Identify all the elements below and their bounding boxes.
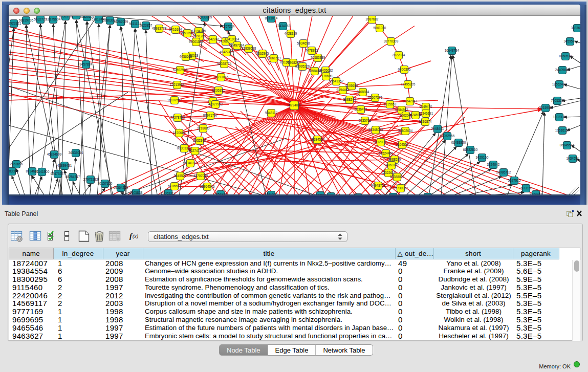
svg-text:30346191: 30346191 — [419, 112, 433, 115]
svg-text:1002335: 1002335 — [553, 115, 566, 119]
svg-text:14863102: 14863102 — [384, 163, 399, 167]
svg-text:37348035: 37348035 — [368, 128, 383, 132]
svg-text:7357234: 7357234 — [222, 25, 235, 28]
svg-text:16648784: 16648784 — [445, 49, 460, 52]
svg-text:3459573: 3459573 — [564, 39, 577, 43]
svg-text:8027475: 8027475 — [189, 149, 202, 152]
svg-text:18405632: 18405632 — [318, 69, 333, 72]
svg-text:68254347: 68254347 — [66, 175, 80, 179]
svg-text:66832860: 66832860 — [463, 148, 478, 151]
svg-text:3215955: 3215955 — [539, 106, 552, 110]
svg-text:3973169: 3973169 — [520, 186, 533, 190]
svg-text:91061671: 91061671 — [267, 56, 281, 60]
svg-text:38770309: 38770309 — [384, 39, 399, 43]
svg-text:5632729: 5632729 — [34, 17, 47, 21]
svg-text:06493820: 06493820 — [451, 141, 466, 144]
svg-text:3218680: 3218680 — [197, 126, 210, 130]
svg-text:63923321: 63923321 — [9, 21, 21, 25]
svg-text:62475227: 62475227 — [51, 172, 66, 176]
svg-text:82839598: 82839598 — [242, 47, 256, 50]
svg-text:16033809: 16033809 — [198, 16, 212, 19]
svg-text:12562484: 12562484 — [552, 82, 567, 86]
svg-text:9336874: 9336874 — [419, 120, 432, 123]
svg-text:83642847: 83642847 — [403, 99, 418, 103]
svg-text:0091263: 0091263 — [193, 34, 206, 38]
svg-text:80157150: 80157150 — [98, 182, 113, 185]
svg-text:3862905: 3862905 — [256, 52, 269, 55]
svg-text:1104552: 1104552 — [396, 143, 409, 146]
svg-text:2087682: 2087682 — [366, 17, 379, 21]
svg-text:3688244: 3688244 — [343, 98, 356, 101]
svg-text:20086712: 20086712 — [496, 170, 511, 174]
svg-text:18724007: 18724007 — [287, 103, 302, 107]
svg-text:01120311: 01120311 — [374, 140, 388, 144]
svg-text:52592908: 52592908 — [173, 68, 188, 72]
svg-text:2176688: 2176688 — [320, 74, 333, 78]
svg-text:8457824: 8457824 — [80, 62, 93, 66]
svg-text:4105659: 4105659 — [345, 84, 358, 87]
svg-text:24409843: 24409843 — [555, 68, 570, 72]
svg-text:12213963: 12213963 — [170, 83, 185, 86]
svg-text:86845514: 86845514 — [560, 143, 575, 147]
svg-text:3088539: 3088539 — [388, 158, 401, 161]
svg-text:99001533: 99001533 — [189, 40, 204, 43]
svg-text:73434153: 73434153 — [276, 24, 291, 28]
svg-text:0935765: 0935765 — [359, 119, 372, 122]
svg-text:8813014: 8813014 — [265, 16, 278, 20]
svg-text:13388097: 13388097 — [390, 175, 405, 179]
svg-text:4456562: 4456562 — [180, 55, 192, 58]
svg-text:1034591: 1034591 — [567, 157, 579, 160]
svg-text:1570665: 1570665 — [173, 131, 186, 135]
svg-text:61052955: 61052955 — [440, 134, 455, 138]
svg-text:59641352: 59641352 — [329, 79, 344, 83]
svg-text:5106502: 5106502 — [168, 184, 181, 188]
svg-text:19384554: 19384554 — [310, 138, 325, 141]
svg-text:49933778: 49933778 — [152, 27, 167, 30]
svg-text:2622874: 2622874 — [393, 53, 405, 57]
svg-text:09564229: 09564229 — [114, 186, 128, 189]
svg-text:4428319: 4428319 — [285, 32, 297, 35]
svg-text:2463656: 2463656 — [10, 162, 23, 166]
svg-text:16107552: 16107552 — [167, 98, 182, 102]
svg-text:45899431: 45899431 — [57, 164, 72, 167]
svg-text:9348117: 9348117 — [265, 111, 278, 115]
svg-text:5801030: 5801030 — [374, 26, 386, 30]
svg-text:6236351: 6236351 — [212, 89, 225, 92]
svg-text:46924699: 46924699 — [47, 152, 62, 156]
svg-text:55954546: 55954546 — [200, 185, 215, 188]
svg-text:55340712: 55340712 — [183, 161, 198, 165]
svg-text:3429160: 3429160 — [476, 156, 489, 159]
svg-text:(x): (x) — [133, 233, 139, 239]
svg-text:18175604: 18175604 — [46, 17, 61, 21]
svg-text:6649470: 6649470 — [420, 105, 432, 108]
svg-text:36535054: 36535054 — [69, 151, 83, 155]
svg-text:61507371: 61507371 — [368, 96, 383, 99]
svg-text:52028774: 52028774 — [217, 62, 232, 65]
svg-text:77278799: 77278799 — [170, 116, 185, 119]
svg-text:1315653: 1315653 — [384, 102, 397, 106]
svg-text:7005329: 7005329 — [551, 99, 564, 102]
svg-text:31802034: 31802034 — [398, 129, 413, 133]
svg-text:85738912: 85738912 — [394, 186, 408, 190]
svg-text:89273816: 89273816 — [214, 75, 229, 79]
svg-text:42410914: 42410914 — [225, 37, 239, 41]
svg-text:0400396: 0400396 — [398, 68, 411, 71]
svg-text:5536472: 5536472 — [355, 107, 367, 111]
svg-text:86257029: 86257029 — [114, 20, 128, 24]
svg-text:87971707: 87971707 — [203, 114, 218, 117]
svg-text:5034658: 5034658 — [297, 41, 310, 45]
svg-text:10616157: 10616157 — [555, 128, 570, 132]
svg-text:51524490: 51524490 — [379, 151, 394, 155]
svg-text:3224042: 3224042 — [487, 163, 500, 166]
svg-text:1883084: 1883084 — [9, 169, 18, 173]
svg-text:42927952: 42927952 — [208, 102, 223, 106]
svg-text:9194462: 9194462 — [337, 88, 350, 92]
svg-text:30141900: 30141900 — [35, 170, 50, 173]
svg-text:0642242: 0642242 — [207, 37, 220, 41]
svg-text:2932340: 2932340 — [193, 139, 206, 142]
svg-text:20583389: 20583389 — [311, 56, 325, 59]
svg-text:5627915: 5627915 — [508, 179, 521, 182]
svg-text:0060530: 0060530 — [559, 54, 572, 58]
svg-text:2048441: 2048441 — [431, 127, 444, 130]
svg-text:00995226: 00995226 — [295, 64, 310, 68]
